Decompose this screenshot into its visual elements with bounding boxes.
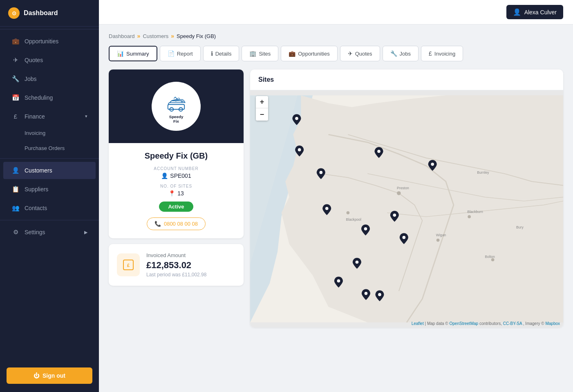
tab-sites-label: Sites [259,51,271,57]
svg-point-32 [325,207,329,210]
sidebar-item-customers[interactable]: 👤 Customers [3,162,96,179]
settings-icon: ⚙ [11,228,20,236]
tab-quotes[interactable]: ✈ Quotes [340,46,380,61]
status-badge: Active [159,202,193,212]
tab-jobs[interactable]: 🔧 Jobs [383,46,419,61]
svg-point-19 [491,258,495,262]
svg-point-34 [364,227,367,231]
breadcrumb-customers[interactable]: Customers [143,33,168,39]
tab-jobs-label: Jobs [400,51,411,57]
user-badge[interactable]: 👤 Alexa Culver [506,5,563,19]
ccbysa-link[interactable]: CC-BY-SA [503,321,522,326]
breadcrumb-dashboard[interactable]: Dashboard [109,33,135,39]
customer-logo: Speedy Fix [152,82,201,131]
breadcrumb-sep-1: » [137,33,141,39]
tab-details[interactable]: ℹ Details [203,46,239,61]
sidebar-label-suppliers: Suppliers [25,186,48,193]
sidebar-item-contacts[interactable]: 👥 Contacts [3,199,96,217]
sidebar-item-settings[interactable]: ⚙ Settings ▶ [3,224,96,241]
invoiced-info: Invoiced Amount £12,853.02 Last period w… [146,252,206,278]
svg-point-30 [377,150,381,153]
summary-content: Speedy Fix Speedy Fix (GB) ACCOUNT NUMBE… [109,69,563,327]
sidebar-item-suppliers[interactable]: 📋 Suppliers [3,181,96,198]
svg-point-37 [337,279,340,282]
phone-button[interactable]: 📞 0800 08 00 08 [147,217,206,230]
sidebar-label-invoicing: Invoicing [25,130,45,136]
svg-point-33 [393,213,396,217]
svg-point-28 [298,148,301,152]
svg-point-31 [431,163,434,166]
mapbox-link[interactable]: Mapbox [545,321,560,326]
sites-value: 📍 13 [117,190,235,197]
map-zoom-out-button[interactable]: − [256,108,268,121]
sidebar-item-jobs[interactable]: 🔧 Jobs [3,70,96,87]
user-name: Alexa Culver [524,9,557,16]
svg-point-38 [365,292,368,295]
account-person-icon: 👤 [161,172,168,179]
osm-link[interactable]: OpenStreetMap [450,321,479,326]
svg-point-36 [356,260,359,264]
tab-opportunities[interactable]: 💼 Opportunities [281,46,337,61]
tab-summary[interactable]: 📊 Summary [109,46,157,61]
details-tab-icon: ℹ [211,50,213,57]
left-column: Speedy Fix Speedy Fix (GB) ACCOUNT NUMBE… [109,69,244,286]
tab-invoicing[interactable]: £ Invoicing [421,46,463,61]
sidebar-item-finance[interactable]: £ Finance ▾ [3,108,96,125]
customer-card-body: Speedy Fix (GB) ACCOUNT NUMBER 👤 SPE001 … [109,143,244,238]
svg-text:Burnley: Burnley [477,170,489,175]
svg-point-29 [319,171,322,174]
sidebar-label-scheduling: Scheduling [25,94,53,101]
sidebar-item-invoicing[interactable]: Invoicing [3,126,96,140]
tab-summary-label: Summary [126,51,149,57]
sidebar-item-purchase-orders[interactable]: Purchase Orders [3,141,96,155]
tab-report-label: Report [177,51,193,57]
svg-point-27 [295,117,298,120]
suppliers-icon: 📋 [11,186,20,193]
sidebar-item-quotes[interactable]: ✈ Quotes [3,52,96,69]
sites-panel: Sites [250,69,563,327]
signout-icon: ⏻ [34,372,39,379]
sidebar-item-scheduling[interactable]: 📅 Scheduling [3,89,96,106]
sidebar-label-purchase-orders: Purchase Orders [25,145,65,151]
map-container[interactable]: Blackpool Preston Wigan Blackburn Bolton… [250,90,563,327]
tab-report[interactable]: 📄 Report [160,46,201,61]
map-zoom-controls: + − [256,96,268,121]
phone-number: 0800 08 00 08 [164,221,198,227]
quotes-icon: ✈ [11,56,20,64]
tab-invoicing-label: Invoicing [434,51,455,57]
contacts-icon: 👥 [11,204,20,212]
breadcrumb-current: Speedy Fix (GB) [177,33,216,39]
svg-text:Blackburn: Blackburn [467,210,483,214]
finance-chevron-icon: ▾ [85,114,87,119]
customers-icon: 👤 [11,167,20,174]
quotes-tab-icon: ✈ [348,50,353,57]
pin-icon: 📍 [168,190,175,197]
settings-chevron-icon: ▶ [84,230,87,235]
svg-text:Speedy: Speedy [169,114,184,119]
invoiced-amount: £12,853.02 [146,260,206,271]
svg-point-16 [397,191,401,195]
app-name: Dashboard [24,9,58,17]
svg-text:Blackpool: Blackpool [346,217,361,222]
map-zoom-in-button[interactable]: + [256,96,268,108]
sidebar-item-opportunities[interactable]: 💼 Opportunities [3,33,96,50]
svg-text:Fix: Fix [173,119,179,123]
map-attribution: Leaflet | Map data © OpenStreetMap contr… [412,321,560,326]
svg-point-18 [468,215,471,218]
tab-sites[interactable]: 🏢 Sites [242,46,278,61]
jobs-tab-icon: 🔧 [390,50,397,57]
sites-tab-icon: 🏢 [249,50,256,57]
svg-point-17 [436,239,440,242]
svg-text:£: £ [127,263,130,268]
svg-point-35 [402,236,405,239]
opportunities-tab-icon: 💼 [289,50,295,57]
signout-label: Sign out [43,372,65,379]
invoiced-card: £ Invoiced Amount £12,853.02 Last period… [109,244,244,286]
user-icon: 👤 [513,8,521,16]
app-logo[interactable]: ⊙ Dashboard [0,0,99,27]
jobs-icon: 🔧 [11,75,20,83]
svg-point-39 [378,293,381,296]
signout-button[interactable]: ⏻ Sign out [7,367,92,384]
invoiced-label: Invoiced Amount [146,252,206,258]
leaflet-link[interactable]: Leaflet [412,321,424,326]
